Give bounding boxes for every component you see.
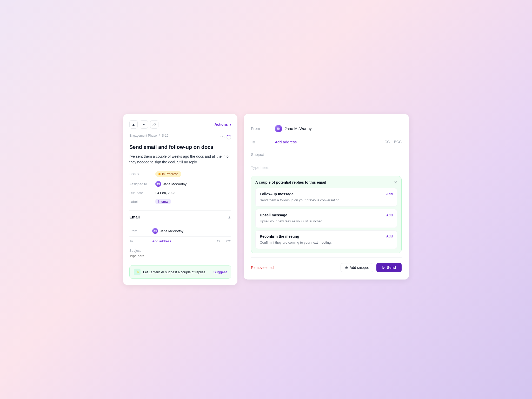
ai-suggest-banner: ✨ Let Lantern AI suggest a couple of rep… xyxy=(129,265,231,279)
ai-suggestions-close[interactable]: ✕ xyxy=(394,180,397,184)
suggest-button[interactable]: Suggest xyxy=(214,270,227,274)
ai-icon: ✨ xyxy=(134,269,141,275)
compose-to-label: To xyxy=(251,140,272,144)
due-value: 24 Feb, 2023 xyxy=(155,191,231,195)
compose-footer: Remove email ⊕ Add snippet ▷ Send xyxy=(251,257,402,272)
ai-suggest-text: Let Lantern AI suggest a couple of repli… xyxy=(143,270,205,274)
send-button[interactable]: ▷ Send xyxy=(376,263,402,272)
email-section-header: Email ▲ xyxy=(129,210,231,223)
email-subject-label: Subject xyxy=(129,249,231,252)
compose-from-row: From JM Jane McWorthy xyxy=(251,121,402,136)
compose-subject-row: Subject xyxy=(251,148,402,161)
email-section-title: Email xyxy=(129,215,140,219)
compose-cc-bcc: CC BCC xyxy=(384,140,402,144)
breadcrumb-separator: / xyxy=(159,134,159,137)
email-to-row: To Add address CC BCC xyxy=(129,237,231,246)
ai-suggestions-header: A couple of potential replies to this em… xyxy=(255,180,397,184)
suggestion-0-title: Follow-up message xyxy=(260,192,294,196)
ai-suggestions-title: A couple of potential replies to this em… xyxy=(255,180,326,184)
progress-text: 1/3 xyxy=(220,135,224,139)
breadcrumb-id: S-19 xyxy=(162,134,168,137)
suggestion-card-2-header: Reconfirm the meeting Add xyxy=(260,234,393,238)
label-value: Internal xyxy=(155,199,231,204)
plus-icon: ⊕ xyxy=(345,265,348,270)
email-cc-bcc: CC BCC xyxy=(217,240,231,243)
compose-to-row: To Add address CC BCC xyxy=(251,136,402,148)
status-dot xyxy=(158,173,161,175)
compose-bcc-button[interactable]: BCC xyxy=(394,140,402,144)
email-subject-input[interactable] xyxy=(129,254,231,258)
add-snippet-button[interactable]: ⊕ Add snippet xyxy=(341,263,373,272)
suggestion-1-desc: Upsell your new feature you just launche… xyxy=(260,219,393,224)
email-section-toggle[interactable]: ▲ xyxy=(228,215,231,219)
email-form: From JM Jane McWorthy To Add address CC … xyxy=(129,225,231,261)
progress-info: 1/3 xyxy=(220,135,231,139)
suggestion-card-1-header: Upsell message Add xyxy=(260,213,393,217)
from-avatar: JM xyxy=(152,228,158,234)
compose-cc-button[interactable]: CC xyxy=(384,140,390,144)
compose-body-placeholder[interactable]: Type here... xyxy=(251,165,402,170)
suggestion-card-1: Upsell message Add Upsell your new featu… xyxy=(255,209,397,228)
status-label: Status xyxy=(129,171,155,177)
suggestion-0-add[interactable]: Add xyxy=(386,192,393,196)
compose-from-label: From xyxy=(251,126,272,131)
breadcrumb-phase: Engagement Phase xyxy=(129,134,157,137)
breadcrumb-row: Engagement Phase / S-19 1/3 xyxy=(129,134,231,141)
email-subject-row: Subject xyxy=(129,246,231,261)
email-to-input[interactable]: Add address xyxy=(152,239,215,243)
label-badge: Internal xyxy=(155,199,171,204)
send-icon: ▷ xyxy=(382,265,385,270)
compose-from-avatar: JM xyxy=(275,125,282,132)
compose-from-value: JM Jane McWorthy xyxy=(275,125,398,132)
email-from-row: From JM Jane McWorthy xyxy=(129,225,231,237)
cc-button[interactable]: CC xyxy=(217,240,221,243)
toolbar-left: ▲ ▼ xyxy=(129,120,158,129)
email-from-label: From xyxy=(129,229,150,233)
compose-to-input[interactable]: Add address xyxy=(275,140,381,144)
email-to-label: To xyxy=(129,239,150,243)
assigned-avatar: JM xyxy=(155,181,161,187)
status-badge[interactable]: In-Progress xyxy=(155,171,181,177)
suggestion-2-add[interactable]: Add xyxy=(386,234,393,238)
remove-email-button[interactable]: Remove email xyxy=(251,265,274,270)
task-title: Send email and follow-up on docs xyxy=(129,144,231,150)
suggestion-card-0-header: Follow-up message Add xyxy=(260,192,393,196)
footer-right: ⊕ Add snippet ▷ Send xyxy=(341,263,402,272)
suggestion-2-desc: Confirm if they are coming to your next … xyxy=(260,240,393,245)
progress-spinner xyxy=(227,135,231,139)
actions-button[interactable]: Actions ▾ xyxy=(215,122,231,127)
link-button[interactable] xyxy=(150,120,158,129)
assigned-label: Assigned to xyxy=(129,181,155,187)
ai-suggest-left: ✨ Let Lantern AI suggest a couple of rep… xyxy=(134,269,205,275)
task-description: I've sent them a couple of weeks ago the… xyxy=(129,154,231,165)
ai-suggestions-card: A couple of potential replies to this em… xyxy=(251,176,402,254)
label-label: Label xyxy=(129,199,155,204)
suggestion-2-title: Reconfirm the meeting xyxy=(260,234,299,238)
compose-body-row: Type here... xyxy=(251,161,402,174)
suggestion-1-add[interactable]: Add xyxy=(386,213,393,217)
nav-down-button[interactable]: ▼ xyxy=(140,120,148,129)
left-panel: ▲ ▼ Actions ▾ Engagement Phase / S-19 xyxy=(123,114,237,285)
breadcrumb: Engagement Phase / S-19 xyxy=(129,134,168,137)
email-from-value: JM Jane McWorthy xyxy=(152,228,229,234)
suggestion-0-desc: Send them a follow-up on your previous c… xyxy=(260,198,393,203)
suggestion-card-2: Reconfirm the meeting Add Confirm if the… xyxy=(255,230,397,249)
bcc-button[interactable]: BCC xyxy=(225,240,231,243)
suggestion-card-0: Follow-up message Add Send them a follow… xyxy=(255,188,397,207)
status-value: In-Progress xyxy=(155,171,231,177)
meta-grid: Status In-Progress Assigned to JM Jane M… xyxy=(129,171,231,204)
due-label: Due date xyxy=(129,191,155,195)
compose-subject-label: Subject xyxy=(251,152,402,157)
assigned-value: JM Jane McWorthy xyxy=(155,181,231,187)
panel-toolbar: ▲ ▼ Actions ▾ xyxy=(129,120,231,129)
suggestion-1-title: Upsell message xyxy=(260,213,287,217)
nav-up-button[interactable]: ▲ xyxy=(129,120,138,129)
right-panel: From JM Jane McWorthy To Add address CC … xyxy=(244,114,409,280)
